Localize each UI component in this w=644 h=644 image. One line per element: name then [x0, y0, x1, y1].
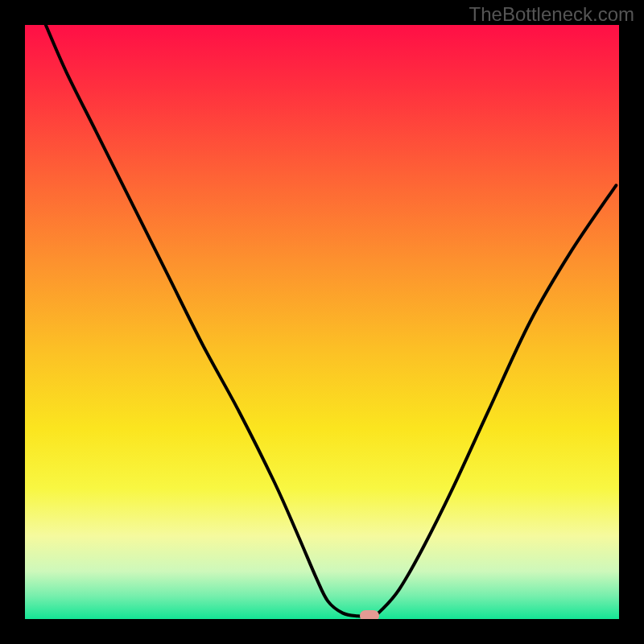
plot-area: [25, 25, 619, 619]
watermark-text: TheBottleneck.com: [469, 3, 634, 26]
curve-line: [25, 25, 619, 619]
bottleneck-marker: [360, 610, 379, 619]
